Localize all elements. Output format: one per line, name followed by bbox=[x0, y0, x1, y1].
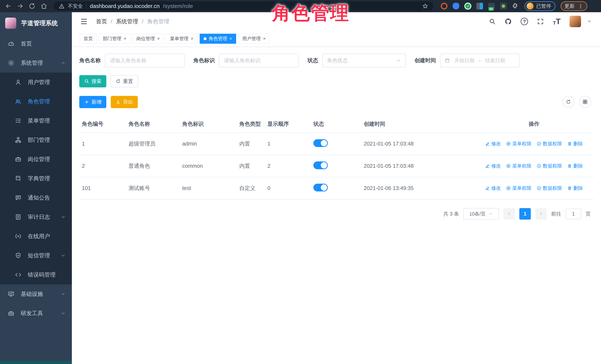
sidebar-item-roles[interactable]: 角色管理 bbox=[0, 92, 72, 111]
menu-permission-link[interactable]: 菜单权限 bbox=[506, 163, 531, 169]
address-bar[interactable]: 不安全 dashboard.yudao.iocoder.cn /system/r… bbox=[54, 1, 433, 11]
breadcrumb-current: 角色管理 bbox=[147, 18, 170, 25]
current-page-button[interactable]: 1 bbox=[519, 208, 531, 220]
data-permission-link[interactable]: 数据权限 bbox=[537, 185, 562, 191]
bookmark-star-icon[interactable] bbox=[422, 3, 428, 9]
export-button[interactable]: 导出 bbox=[111, 96, 138, 108]
close-icon[interactable] bbox=[123, 36, 126, 41]
status-toggle-on[interactable] bbox=[313, 184, 328, 191]
delete-link[interactable]: 删除 bbox=[567, 185, 583, 191]
profile-paused-chip[interactable]: 已暂停 bbox=[524, 1, 555, 11]
app-title: 芋道管理系统 bbox=[21, 19, 58, 27]
sidebar-item-audit-log[interactable]: 审计日志 bbox=[0, 207, 72, 227]
close-icon[interactable] bbox=[230, 36, 232, 41]
data-permission-link[interactable]: 数据权限 bbox=[537, 163, 562, 169]
extension-drop-icon[interactable] bbox=[453, 3, 459, 10]
github-icon[interactable] bbox=[505, 18, 512, 25]
edit-link[interactable]: 修改 bbox=[485, 140, 501, 147]
extension-check-icon[interactable] bbox=[464, 3, 471, 10]
role-name-input[interactable] bbox=[105, 54, 185, 67]
extensions-puzzle-icon[interactable] bbox=[512, 3, 518, 10]
close-icon[interactable] bbox=[263, 36, 266, 41]
close-icon[interactable] bbox=[157, 36, 160, 41]
font-size-icon[interactable] bbox=[553, 18, 561, 25]
browser-update-button[interactable]: 更新 bbox=[561, 1, 587, 11]
tab-departments[interactable]: 部门管理 bbox=[99, 34, 130, 44]
breadcrumb-separator: / bbox=[111, 18, 112, 25]
search-icon[interactable] bbox=[489, 18, 496, 25]
status-select[interactable]: 角色状态 bbox=[322, 54, 406, 67]
tab-users[interactable]: 用户管理 bbox=[238, 34, 270, 44]
prev-page-button[interactable] bbox=[503, 208, 515, 220]
extension-ring-icon[interactable] bbox=[441, 3, 448, 10]
search-button[interactable]: 搜索 bbox=[79, 75, 106, 87]
sidebar-item-dev-tools[interactable]: 研发工具 bbox=[0, 304, 72, 323]
tab-roles-active[interactable]: 角色管理 bbox=[200, 34, 236, 44]
delete-link[interactable]: 删除 bbox=[567, 140, 583, 147]
next-page-button[interactable] bbox=[535, 208, 547, 220]
chevron-down-icon bbox=[61, 311, 66, 316]
edit-link[interactable]: 修改 bbox=[485, 163, 501, 169]
fullscreen-icon[interactable] bbox=[537, 18, 544, 25]
update-label: 更新 bbox=[564, 3, 574, 10]
sidebar-item-sms[interactable]: 短信管理 bbox=[0, 246, 72, 265]
add-button[interactable]: 新增 bbox=[79, 96, 106, 108]
sidebar-item-system[interactable]: 系统管理 bbox=[0, 53, 72, 73]
tab-positions[interactable]: 岗位管理 bbox=[132, 34, 164, 44]
role-key-input[interactable] bbox=[219, 54, 299, 67]
profile-avatar bbox=[527, 3, 534, 10]
close-icon[interactable] bbox=[190, 36, 193, 41]
date-range-separator: - bbox=[479, 58, 481, 63]
trash-icon bbox=[567, 164, 572, 168]
jump-page-input[interactable] bbox=[566, 208, 581, 219]
extension-on-badge-icon[interactable] bbox=[488, 3, 495, 10]
edit-link[interactable]: 修改 bbox=[485, 185, 501, 191]
sidebar-item-menus[interactable]: 菜单管理 bbox=[0, 111, 72, 130]
page-size-select[interactable]: 10条/页 bbox=[463, 208, 499, 220]
sidebar-item-home[interactable]: 首页 bbox=[0, 34, 72, 53]
refresh-table-button[interactable] bbox=[562, 96, 574, 108]
sidebar-collapse-icon[interactable] bbox=[80, 18, 88, 25]
trash-icon bbox=[567, 186, 572, 190]
reset-button[interactable]: 重置 bbox=[110, 75, 138, 87]
tab-home[interactable]: 首页 bbox=[80, 34, 97, 44]
menu-permission-link[interactable]: 菜单权限 bbox=[506, 185, 531, 191]
browser-menu-dots-icon[interactable] bbox=[578, 3, 583, 10]
breadcrumb-system[interactable]: 系统管理 bbox=[116, 18, 138, 25]
browser-forward-icon[interactable] bbox=[17, 3, 24, 10]
cell-role-id: 1 bbox=[79, 133, 126, 155]
extension-grid-icon[interactable] bbox=[476, 3, 483, 10]
jump-prefix-label: 前往 bbox=[551, 210, 561, 217]
sidebar-item-users[interactable]: 用户管理 bbox=[0, 73, 72, 92]
chevron-down-icon bbox=[488, 211, 493, 216]
status-toggle-on[interactable] bbox=[313, 161, 328, 169]
sidebar-item-online-users[interactable]: 在线用户 bbox=[0, 227, 72, 246]
user-avatar[interactable] bbox=[570, 16, 581, 27]
header-role-key: 角色标识 bbox=[180, 115, 237, 133]
sidebar-item-dictionary[interactable]: 字典管理 bbox=[0, 169, 72, 188]
status-toggle-on[interactable] bbox=[313, 139, 328, 147]
extension-bug-icon[interactable] bbox=[500, 3, 507, 10]
sidebar-item-departments[interactable]: 部门管理 bbox=[0, 130, 72, 150]
sidebar-item-error-codes[interactable]: 错误码管理 bbox=[0, 265, 72, 284]
sidebar-bottom-strip bbox=[0, 361, 72, 364]
browser-reload-icon[interactable] bbox=[29, 3, 36, 10]
menu-permission-icon bbox=[506, 141, 511, 146]
browser-home-icon[interactable] bbox=[40, 3, 47, 10]
tab-menus[interactable]: 菜单管理 bbox=[166, 34, 197, 44]
column-settings-button[interactable] bbox=[579, 96, 591, 108]
date-range-picker[interactable]: 开始日期 - 结束日期 bbox=[440, 54, 520, 67]
avatar-caret-icon[interactable] bbox=[586, 18, 593, 25]
org-tree-icon bbox=[15, 137, 21, 143]
help-icon[interactable] bbox=[521, 18, 528, 25]
sidebar-item-notices[interactable]: 通知公告 bbox=[0, 188, 72, 207]
browser-back-icon[interactable] bbox=[5, 3, 12, 10]
data-permission-link[interactable]: 数据权限 bbox=[537, 140, 562, 147]
sidebar-item-infrastructure[interactable]: 基础设施 bbox=[0, 284, 72, 304]
delete-link[interactable]: 删除 bbox=[567, 163, 583, 169]
breadcrumb-home[interactable]: 首页 bbox=[96, 18, 107, 25]
sidebar-item-positions[interactable]: 岗位管理 bbox=[0, 150, 72, 169]
cell-role-id: 2 bbox=[79, 155, 126, 177]
row-actions: 修改 菜单权限 数据权限 删除 bbox=[477, 140, 591, 147]
menu-permission-link[interactable]: 菜单权限 bbox=[506, 140, 531, 147]
